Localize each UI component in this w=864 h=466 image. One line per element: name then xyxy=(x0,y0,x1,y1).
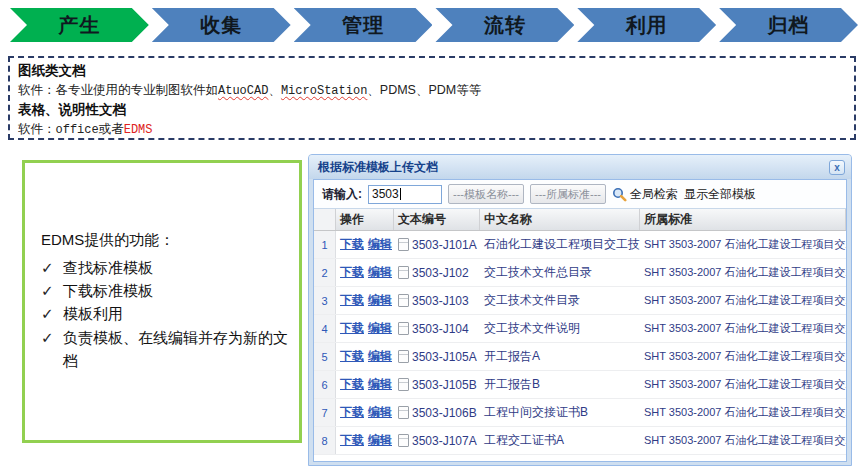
document-icon xyxy=(398,294,409,307)
table-row: 1 下载编辑 3503-J101A 石油化工建设工程项目交工技术文件封面A SH… xyxy=(314,231,846,259)
table-row: 6 下载编辑 3503-J105B 开工报告B SHT 3503-2007 石油… xyxy=(314,371,846,399)
doc-name: 工程中间交接证书B xyxy=(484,404,588,421)
note-text: 软件：各专业使用的专业制图软件如 xyxy=(18,83,218,97)
download-link[interactable]: 下载 xyxy=(340,348,364,365)
window-body: 请输入: 3503 ---模板名称--- ---所属标准--- 全局检索 显示全… xyxy=(313,179,847,462)
table-row: 4 下载编辑 3503-J104 交工技术文件说明 SHT 3503-2007 … xyxy=(314,315,846,343)
doc-name: 工程交工证书A xyxy=(484,432,564,449)
search-toolbar: 请输入: 3503 ---模板名称--- ---所属标准--- 全局检索 显示全… xyxy=(314,180,846,209)
edit-link[interactable]: 编辑 xyxy=(368,264,392,281)
doc-code: 3503-J105B xyxy=(412,378,477,392)
note-term-edms: EDMS xyxy=(124,123,153,137)
global-search-label: 全局检索 xyxy=(630,186,678,203)
checkmark-icon: ✓ xyxy=(41,326,63,373)
download-link[interactable]: 下载 xyxy=(340,236,364,253)
doc-standard: SHT 3503-2007 石油化工建设工程项目交工... xyxy=(644,237,846,252)
note-line-office-software: 软件：office或者EDMS xyxy=(18,120,846,139)
document-icon xyxy=(398,322,409,335)
table-row: 3 下载编辑 3503-J103 交工技术文件目录 SHT 3503-2007 … xyxy=(314,287,846,315)
upload-template-window: 根据标准模板上传文档 x 请输入: 3503 ---模板名称--- ---所属标… xyxy=(308,154,852,466)
feature-text: 下载标准模板 xyxy=(63,279,153,302)
table-header: 操作 文本编号 中文名称 所属标准 xyxy=(314,209,846,231)
checkmark-icon: ✓ xyxy=(41,302,63,325)
download-link[interactable]: 下载 xyxy=(340,292,364,309)
doc-standard: SHT 3503-2007 石油化工建设工程项目交工... xyxy=(644,433,846,448)
flow-step-flow: 流转 xyxy=(435,8,574,42)
edit-link[interactable]: 编辑 xyxy=(368,404,392,421)
doc-types-note: 图纸类文档 软件：各专业使用的专业制图软件如AtuoCAD、MicroStati… xyxy=(8,56,856,140)
row-number: 1 xyxy=(314,231,336,258)
slide: 产生 收集 管理 流转 利用 归档 图纸类文档 软件：各专业使用的专业制图软件如… xyxy=(0,0,864,466)
template-name-dropdown[interactable]: ---模板名称--- xyxy=(448,184,524,204)
standard-dropdown[interactable]: ---所属标准--- xyxy=(530,184,606,204)
document-icon xyxy=(398,406,409,419)
doc-code: 3503-J103 xyxy=(412,294,469,308)
doc-standard: SHT 3503-2007 石油化工建设工程项目交工... xyxy=(644,293,846,308)
search-input-value: 3503 xyxy=(372,187,399,201)
doc-code: 3503-J106B xyxy=(412,406,477,420)
doc-code: 3503-J107A xyxy=(412,434,477,448)
edms-features-box: EDMS提供的功能： ✓查找标准模板 ✓下载标准模板 ✓模板利用 ✓负责模板、在… xyxy=(22,160,302,443)
flow-step-produce: 产生 xyxy=(10,8,149,42)
list-item: ✓模板利用 xyxy=(41,302,289,325)
download-link[interactable]: 下载 xyxy=(340,404,364,421)
show-all-templates-button[interactable]: 显示全部模板 xyxy=(684,186,756,203)
magnifier-icon xyxy=(612,187,627,202)
row-number: 2 xyxy=(314,259,336,286)
checkmark-icon: ✓ xyxy=(41,256,63,279)
download-link[interactable]: 下载 xyxy=(340,320,364,337)
flow-step-use: 利用 xyxy=(577,8,716,42)
note-text: 、PDMS、PDM等等 xyxy=(367,83,481,97)
row-number: 7 xyxy=(314,399,336,426)
doc-code: 3503-J101A xyxy=(412,238,477,252)
list-item: ✓查找标准模板 xyxy=(41,256,289,279)
col-header-operation: 操作 xyxy=(336,209,394,230)
process-flow: 产生 收集 管理 流转 利用 归档 xyxy=(10,8,858,42)
col-header-standard: 所属标准 xyxy=(640,209,846,230)
row-number: 8 xyxy=(314,427,336,454)
doc-name: 交工技术文件目录 xyxy=(484,292,580,309)
col-header-name: 中文名称 xyxy=(480,209,640,230)
list-item: ✓下载标准模板 xyxy=(41,279,289,302)
window-title: 根据标准模板上传文档 xyxy=(318,159,829,176)
text-cursor xyxy=(400,188,401,200)
document-icon xyxy=(398,434,409,447)
flow-step-archive: 归档 xyxy=(719,8,858,42)
edit-link[interactable]: 编辑 xyxy=(368,236,392,253)
edit-link[interactable]: 编辑 xyxy=(368,376,392,393)
features-title: EDMS提供的功能： xyxy=(41,231,289,250)
table-row: 2 下载编辑 3503-J102 交工技术文件总目录 SHT 3503-2007… xyxy=(314,259,846,287)
download-link[interactable]: 下载 xyxy=(340,264,364,281)
edit-link[interactable]: 编辑 xyxy=(368,432,392,449)
note-term-atuocad: AtuoCAD xyxy=(218,84,268,98)
row-number: 6 xyxy=(314,371,336,398)
document-icon xyxy=(398,378,409,391)
note-heading-drawings: 图纸类文档 xyxy=(18,61,846,81)
note-heading-tables: 表格、说明性文档 xyxy=(18,100,846,120)
flow-step-manage: 管理 xyxy=(294,8,433,42)
search-input-label: 请输入: xyxy=(322,186,362,203)
note-term-microstation: MicroStation xyxy=(281,84,367,98)
document-icon xyxy=(398,350,409,363)
search-input[interactable]: 3503 xyxy=(368,185,442,204)
doc-code: 3503-J104 xyxy=(412,322,469,336)
download-link[interactable]: 下载 xyxy=(340,432,364,449)
row-number: 4 xyxy=(314,315,336,342)
list-item: ✓负责模板、在线编辑并存为新的文档 xyxy=(41,326,289,373)
row-number: 5 xyxy=(314,343,336,370)
feature-text: 查找标准模板 xyxy=(63,256,153,279)
close-icon[interactable]: x xyxy=(829,160,845,175)
edit-link[interactable]: 编辑 xyxy=(368,292,392,309)
doc-name: 开工报告A xyxy=(484,348,540,365)
global-search-button[interactable]: 全局检索 xyxy=(612,186,678,203)
document-icon xyxy=(398,238,409,251)
edit-link[interactable]: 编辑 xyxy=(368,320,392,337)
doc-standard: SHT 3503-2007 石油化工建设工程项目交工... xyxy=(644,321,846,336)
doc-standard: SHT 3503-2007 石油化工建设工程项目交工... xyxy=(644,405,846,420)
edit-link[interactable]: 编辑 xyxy=(368,348,392,365)
flow-step-collect: 收集 xyxy=(152,8,291,42)
window-titlebar[interactable]: 根据标准模板上传文档 x xyxy=(309,155,851,179)
col-header-code: 文本编号 xyxy=(394,209,480,230)
note-text: 软件： xyxy=(18,122,56,136)
download-link[interactable]: 下载 xyxy=(340,376,364,393)
